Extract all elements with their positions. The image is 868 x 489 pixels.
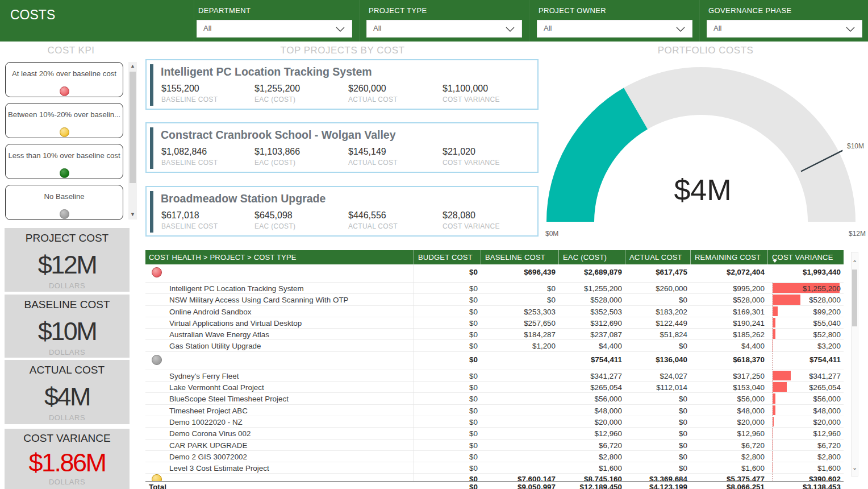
svg-text:$0M: $0M: [545, 230, 558, 238]
svg-text:$4M: $4M: [674, 173, 731, 206]
svg-text:$12M: $12M: [849, 230, 866, 238]
svg-text:$10M: $10M: [847, 142, 864, 150]
